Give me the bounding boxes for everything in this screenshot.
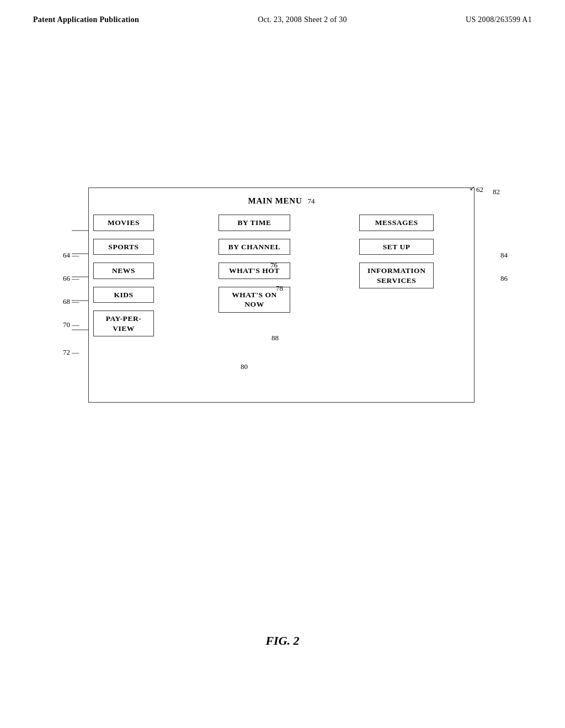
patent-number-label: US 2008/263599 A1 (466, 15, 532, 24)
ref-84: 84 (500, 251, 508, 260)
set-up-item: SET UP (359, 239, 434, 255)
movies-item: MOVIES (93, 215, 154, 231)
main-menu-title: MAIN MENU 74 (89, 196, 474, 206)
ref-82: 82 (493, 188, 500, 196)
ref-62: ↙ 62 (470, 185, 483, 194)
mid-column: BY TIME BY CHANNEL WHAT'S HOT WHAT'S ONN… (218, 215, 290, 313)
by-time-item: BY TIME (218, 215, 290, 231)
ref-80: 80 (241, 362, 248, 371)
publication-label: Patent Application Publication (33, 15, 139, 24)
whats-hot-item: WHAT'S HOT (218, 263, 290, 279)
information-services-item: INFORMATIONSERVICES (359, 263, 434, 288)
ref-64: 64 — (63, 251, 79, 260)
sports-item: SPORTS (93, 239, 154, 255)
ref-70: 70 — (63, 320, 79, 329)
right-column: MESSAGES SET UP INFORMATIONSERVICES (359, 215, 434, 288)
date-sheet-label: Oct. 23, 2008 Sheet 2 of 30 (258, 15, 347, 24)
figure-caption: FIG. 2 (0, 634, 565, 648)
left-column: MOVIES SPORTS NEWS KIDS PAY-PER-VIEW (93, 215, 154, 336)
page-header: Patent Application Publication Oct. 23, … (0, 0, 565, 24)
kids-item: KIDS (93, 287, 154, 303)
pay-per-view-item: PAY-PER-VIEW (93, 311, 154, 336)
diagram-area: MAIN MENU 74 MOVIES SPORTS NEWS KIDS PAY… (55, 188, 486, 419)
by-channel-item: BY CHANNEL (218, 239, 290, 255)
ref-86: 86 (500, 274, 508, 283)
messages-item: MESSAGES (359, 215, 434, 231)
ref-78: 78 (276, 284, 283, 293)
ref-72: 72 — (63, 348, 79, 357)
main-menu-box: MAIN MENU 74 MOVIES SPORTS NEWS KIDS PAY… (88, 188, 475, 403)
news-item: NEWS (93, 263, 154, 279)
ref-88: 88 (271, 334, 279, 342)
ref-68: 68 — (63, 297, 79, 306)
ref-66: 66 — (63, 274, 79, 283)
ref-76: 76 (270, 261, 278, 270)
